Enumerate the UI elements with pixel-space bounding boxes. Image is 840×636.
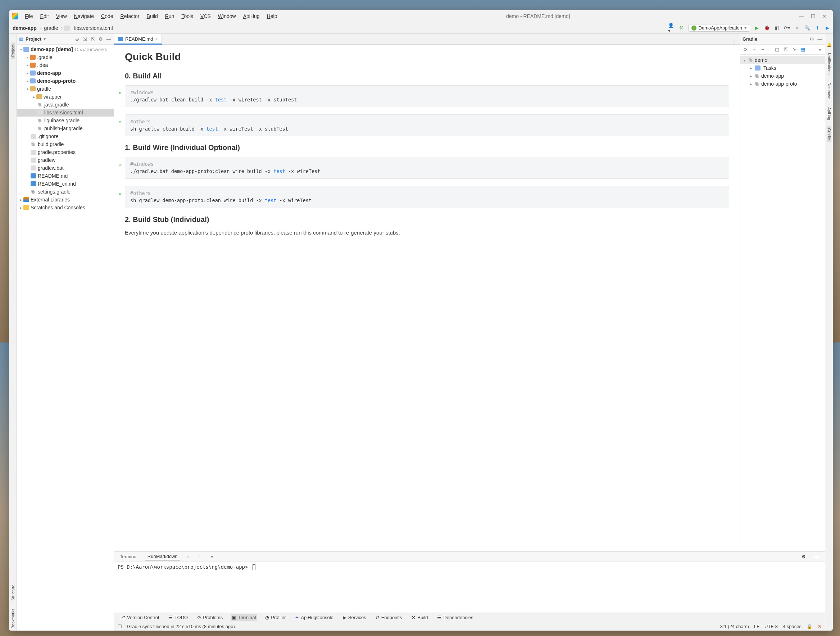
- tree-row[interactable]: ▸demo-app-proto: [17, 77, 114, 85]
- module-icon: [24, 47, 29, 52]
- crumb-folder[interactable]: gradle: [43, 24, 60, 32]
- tree-row[interactable]: 🐘java.gradle: [17, 101, 114, 109]
- editor-tab[interactable]: README.md ×: [114, 34, 162, 44]
- crumb-file[interactable]: libs.versions.toml: [73, 24, 114, 32]
- tree-row[interactable]: ▾gradle: [17, 85, 114, 93]
- menu-vcs[interactable]: VCS: [197, 12, 214, 20]
- tree-label: gradle: [37, 86, 51, 92]
- module-icon: [30, 79, 36, 84]
- menu-run[interactable]: Run: [162, 12, 177, 20]
- project-panel: ▦ Project ▾ ⊕ ⇲ ⇱ ⚙ — ▾ demo-app [demo] …: [17, 34, 114, 342]
- gradle-icon: 🐘: [31, 142, 36, 147]
- tree-row[interactable]: gradle.properties: [17, 148, 114, 156]
- menu-apihug[interactable]: ApiHug: [240, 12, 263, 20]
- menu-build[interactable]: Build: [144, 12, 161, 20]
- tree-row[interactable]: gradlew: [17, 156, 114, 164]
- tree-row[interactable]: ▸wrapper: [17, 93, 114, 101]
- tree-label: gradlew: [38, 157, 55, 163]
- chevron-right-icon[interactable]: ▸: [31, 95, 36, 99]
- close-icon[interactable]: ×: [155, 36, 158, 42]
- tree-row[interactable]: ▸.gradle: [17, 53, 114, 61]
- heading-1: Quick Build: [125, 51, 453, 63]
- crumb-root[interactable]: demo-app: [11, 24, 38, 32]
- tree-label: libs.versions.toml: [44, 110, 83, 115]
- chevron-right-icon[interactable]: ▸: [18, 206, 24, 210]
- tree-label: demo-app-proto: [37, 78, 76, 84]
- run-gutter-icon[interactable]: »: [119, 161, 122, 168]
- tree-row[interactable]: 🐘publish-jar.gradle: [17, 125, 114, 133]
- markdown-icon: [31, 174, 36, 178]
- tree-label: demo-app: [37, 70, 61, 76]
- folder-icon: [30, 86, 36, 92]
- chevron-down-icon[interactable]: ▾: [18, 47, 24, 51]
- tree-row-selected[interactable]: libs.versions.toml: [17, 109, 114, 117]
- menu-tools[interactable]: Tools: [178, 12, 196, 20]
- menu-refactor[interactable]: Refactor: [118, 12, 142, 20]
- paragraph: Everytime you update application's depen…: [125, 229, 453, 237]
- gradle-icon: 🐘: [31, 189, 36, 194]
- tree-row[interactable]: README.md: [17, 172, 114, 180]
- tab-label: README.md: [125, 36, 153, 42]
- file-icon: [31, 134, 36, 139]
- hide-icon[interactable]: —: [106, 36, 112, 42]
- tree-label: java.gradle: [44, 102, 69, 107]
- chevron-down-icon[interactable]: ▾: [25, 87, 30, 91]
- heading-2: 1. Build Wire (Individual Optional): [125, 144, 453, 152]
- tree-row[interactable]: .gitignore: [17, 133, 114, 140]
- main-split: Project Structure Bookmarks ▦ Project ▾ …: [9, 34, 453, 342]
- chevron-right-icon[interactable]: ▸: [25, 79, 30, 83]
- code-text: -x wireTest: [285, 168, 321, 174]
- gear-icon[interactable]: ⚙: [98, 36, 104, 42]
- chevron-down-icon[interactable]: ▾: [44, 36, 46, 42]
- run-gutter-icon[interactable]: »: [119, 118, 122, 126]
- tree-row[interactable]: ▸demo-app: [17, 69, 114, 77]
- editor-preview[interactable]: Quick Build 0. Build All »#windows ./gra…: [114, 44, 453, 342]
- gutter-project[interactable]: Project: [11, 43, 15, 59]
- breadcrumb: demo-app › gradle › libs.versions.toml: [11, 24, 114, 32]
- center-area: README.md × ⋮ Quick Build 0. Build All »…: [114, 34, 453, 342]
- target-icon[interactable]: ⊕: [74, 36, 80, 42]
- code-keyword: test: [215, 97, 227, 103]
- menu-navigate[interactable]: Navigate: [71, 12, 97, 20]
- tree-path: D:\Aaron\works: [75, 47, 107, 52]
- tree-row[interactable]: ▸Scratches and Consoles: [17, 204, 114, 211]
- markdown-icon: [118, 37, 123, 41]
- menu-view[interactable]: View: [53, 12, 70, 20]
- tree-row[interactable]: ▸External Libraries: [17, 196, 114, 204]
- expand-icon[interactable]: ⇱: [90, 36, 96, 42]
- code-comment: #others: [130, 190, 151, 196]
- tree-label: demo-app: [31, 46, 55, 52]
- menu-window[interactable]: Window: [215, 12, 239, 20]
- heading-2: 2. Build Stub (Individual): [125, 215, 453, 224]
- project-tree[interactable]: ▾ demo-app [demo] D:\Aaron\works ▸.gradl…: [17, 44, 114, 342]
- tree-root[interactable]: ▾ demo-app [demo] D:\Aaron\works: [17, 45, 114, 53]
- code-block: »#others sh gradlew demo-app-proto:clean…: [125, 186, 453, 208]
- tree-row[interactable]: ▸.idea: [17, 61, 114, 69]
- menu-help[interactable]: Help: [264, 12, 280, 20]
- tree-row[interactable]: gradlew.bat: [17, 164, 114, 172]
- chevron-right-icon[interactable]: ▸: [18, 198, 24, 202]
- chevron-right-icon[interactable]: ▸: [25, 63, 30, 67]
- tree-label: .idea: [37, 62, 48, 68]
- tree-row[interactable]: README_cn.md: [17, 180, 114, 188]
- tree-row[interactable]: 🐘build.gradle: [17, 140, 114, 148]
- menu-file[interactable]: File: [22, 12, 36, 20]
- editor-tabbar: README.md × ⋮: [114, 34, 453, 44]
- gradle-icon: 🐘: [37, 118, 43, 123]
- run-gutter-icon[interactable]: »: [119, 89, 122, 96]
- menu-code[interactable]: Code: [98, 12, 116, 20]
- chevron-right-icon[interactable]: ▸: [25, 71, 30, 75]
- tree-label: README_cn.md: [38, 181, 76, 187]
- collapse-icon[interactable]: ⇲: [82, 36, 88, 42]
- run-gutter-icon[interactable]: »: [119, 190, 122, 197]
- code-keyword: test: [265, 197, 276, 203]
- tree-row[interactable]: 🐘liquibase.gradle: [17, 117, 114, 125]
- tree-label: wrapper: [44, 94, 62, 99]
- properties-icon: [31, 150, 36, 155]
- menu-edit[interactable]: Edit: [38, 12, 52, 20]
- tree-row[interactable]: 🐘settings.gradle: [17, 188, 114, 196]
- code-keyword: test: [206, 126, 218, 132]
- chevron-right-icon[interactable]: ▸: [25, 55, 30, 59]
- module-icon: [30, 71, 36, 76]
- gradle-icon: 🐘: [37, 102, 43, 107]
